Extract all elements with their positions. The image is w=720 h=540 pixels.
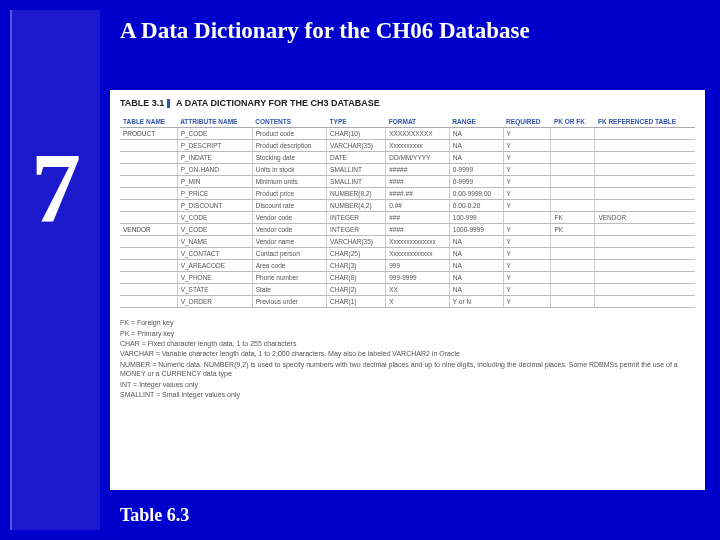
cell: 1000-9999 [449, 224, 503, 236]
cell [551, 248, 595, 260]
cell [551, 260, 595, 272]
cell: #### [386, 224, 450, 236]
page-number: 7 [12, 130, 100, 245]
cell: CHAR(3) [327, 260, 386, 272]
cell: V_CODE [177, 224, 252, 236]
table-row: P_DESCRIPTProduct descriptionVARCHAR(35)… [120, 140, 695, 152]
cell: Y [503, 200, 551, 212]
cell [595, 224, 695, 236]
table-row: P_MINMinimum unitsSMALLINT####0-9999Y [120, 176, 695, 188]
table-row: P_INDATEStocking dateDATEDD/MM/YYYYNAY [120, 152, 695, 164]
table-header-row: TABLE NAMEATTRIBUTE NAMECONTENTSTYPEFORM… [120, 116, 695, 128]
cell: XX [386, 284, 450, 296]
cell [595, 140, 695, 152]
cell: Xxxxxxxxxx [386, 140, 450, 152]
cell: V_CODE [177, 212, 252, 224]
cell: Xxxxxxxxxxxxxx [386, 236, 450, 248]
cell: Y [503, 188, 551, 200]
cell: #### [386, 176, 450, 188]
cell [551, 296, 595, 308]
content-panel: TABLE 3.1 A DATA DICTIONARY FOR THE CH3 … [110, 90, 705, 490]
table-body: PRODUCTP_CODEProduct codeCHAR(10)XXXXXXX… [120, 128, 695, 308]
cell [551, 284, 595, 296]
cell: SMALLINT [327, 164, 386, 176]
cell: Y [503, 224, 551, 236]
cell: 999 [386, 260, 450, 272]
caption-text: A DATA DICTIONARY FOR THE CH3 DATABASE [176, 98, 380, 108]
footer-label: Table 6.3 [120, 505, 189, 526]
cell [595, 296, 695, 308]
cell [503, 212, 551, 224]
table-row: P_DISCOUNTDiscount rateNUMBER(4,2)0.##0.… [120, 200, 695, 212]
cell: Vendor code [252, 224, 326, 236]
slide-title: A Data Dictionary for the CH06 Database [120, 18, 530, 44]
cell [551, 164, 595, 176]
cell: FK [551, 212, 595, 224]
cell [551, 200, 595, 212]
cell [595, 284, 695, 296]
cell: 0-9999 [449, 164, 503, 176]
col-header: REQUIRED [503, 116, 551, 128]
legend-line: INT = Integer values only [120, 380, 695, 389]
col-header: CONTENTS [252, 116, 326, 128]
cell: ### [386, 212, 450, 224]
cell: V_PHONE [177, 272, 252, 284]
cell [120, 284, 177, 296]
legend-line: VARCHAR = Variable character length data… [120, 349, 695, 358]
legend-line: FK = Foreign key [120, 318, 695, 327]
col-header: ATTRIBUTE NAME [177, 116, 252, 128]
cell: Y [503, 152, 551, 164]
col-header: FORMAT [386, 116, 450, 128]
cell: Y [503, 164, 551, 176]
legend-line: SMALLINT = Small integer values only [120, 390, 695, 399]
cell: CHAR(25) [327, 248, 386, 260]
cell: V_AREACODE [177, 260, 252, 272]
cell: Y [503, 128, 551, 140]
cell [120, 152, 177, 164]
cell [551, 128, 595, 140]
cell: ####.## [386, 188, 450, 200]
table-row: P_ON-HANDUnits in stockSMALLINT#####0-99… [120, 164, 695, 176]
cell: Y [503, 272, 551, 284]
cell: DD/MM/YYYY [386, 152, 450, 164]
cell: CHAR(10) [327, 128, 386, 140]
cell: Product description [252, 140, 326, 152]
cell [595, 176, 695, 188]
sidebar: 7 [10, 10, 100, 530]
col-header: TYPE [327, 116, 386, 128]
cell: Y [503, 140, 551, 152]
cell [595, 152, 695, 164]
cell [120, 200, 177, 212]
cell [120, 188, 177, 200]
cell [120, 164, 177, 176]
table-row: V_CONTACTContact personCHAR(25)Xxxxxxxxx… [120, 248, 695, 260]
table-row: VENDORV_CODEVendor codeINTEGER####1000-9… [120, 224, 695, 236]
cell [595, 260, 695, 272]
cell [120, 140, 177, 152]
cell [551, 176, 595, 188]
legend-line: PK = Primary key [120, 329, 695, 338]
cell: Y [503, 236, 551, 248]
cell: Units in stock [252, 164, 326, 176]
cell: State [252, 284, 326, 296]
cell: NA [449, 260, 503, 272]
cell: PK [551, 224, 595, 236]
cell: 0.00-0.20 [449, 200, 503, 212]
cell: Y or N [449, 296, 503, 308]
cell [120, 248, 177, 260]
table-row: V_STATEStateCHAR(2)XXNAY [120, 284, 695, 296]
cell: XXXXXXXXXX [386, 128, 450, 140]
cell: NA [449, 140, 503, 152]
cell: 0-9999 [449, 176, 503, 188]
cell: Y [503, 284, 551, 296]
cell: Y [503, 248, 551, 260]
cell [595, 248, 695, 260]
cell: 100-999 [449, 212, 503, 224]
cell: Area code [252, 260, 326, 272]
table-row: V_AREACODEArea codeCHAR(3)999NAY [120, 260, 695, 272]
cell [120, 176, 177, 188]
cell [595, 164, 695, 176]
caption-bar-icon [167, 99, 170, 108]
cell [551, 152, 595, 164]
cell: DATE [327, 152, 386, 164]
